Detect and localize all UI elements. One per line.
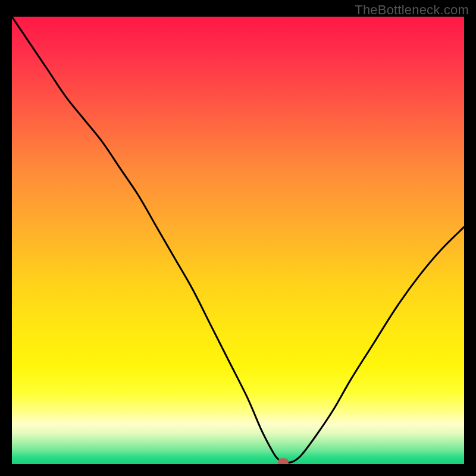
optimal-point-marker [12, 17, 464, 464]
plot-area [12, 17, 464, 464]
svg-rect-0 [278, 458, 289, 464]
chart-frame: TheBottleneck.com [0, 0, 476, 476]
watermark-text: TheBottleneck.com [355, 2, 469, 18]
